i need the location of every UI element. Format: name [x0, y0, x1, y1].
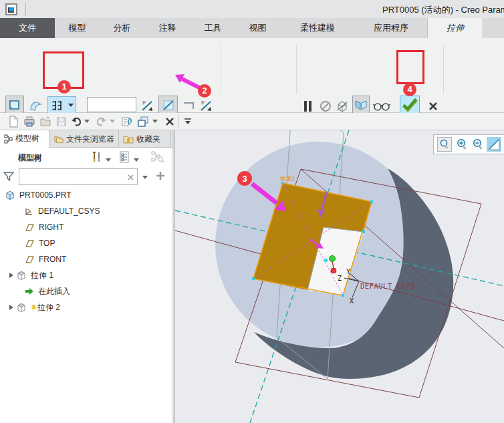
expand-triangle-icon[interactable] [9, 273, 13, 278]
depth-option-dropdown[interactable] [66, 96, 76, 114]
close-window-button[interactable] [163, 115, 176, 128]
tab-model-tree[interactable]: 模型树 [0, 130, 49, 148]
zoom-in-button[interactable] [455, 137, 469, 152]
settings-list-icon [119, 151, 130, 163]
open-file-button[interactable] [39, 115, 52, 128]
axis-z-label: Z [338, 275, 342, 282]
tab-file[interactable]: 文件 [0, 18, 55, 38]
zoom-out-icon [471, 138, 485, 151]
model-tree-title: 模型树 [18, 152, 42, 164]
cancel-button[interactable] [427, 100, 439, 112]
zoom-in-icon [455, 138, 469, 151]
part-icon [5, 190, 15, 200]
remove-material-button[interactable] [158, 96, 178, 114]
model-scene: Z Y X DEFAULT_CSYS 截面1 [175, 130, 504, 423]
tree-tools-button[interactable] [91, 151, 103, 166]
pause-button[interactable] [302, 99, 313, 114]
refit-button[interactable] [487, 137, 501, 152]
zoom-region-button[interactable] [437, 137, 452, 152]
tab-model[interactable]: 模型 [55, 18, 100, 38]
flip-depth-direction-button[interactable] [139, 98, 155, 114]
tab-extrude-active[interactable]: 拉伸 [427, 18, 483, 38]
tab-view[interactable]: 视图 [235, 18, 280, 38]
depth-option-button[interactable] [47, 96, 67, 114]
thicken-sketch-button[interactable] [181, 99, 195, 112]
close-icon [164, 116, 175, 127]
glasses-preview-button[interactable] [372, 100, 391, 112]
no-preview-button[interactable] [319, 100, 332, 113]
extrude-feature-icon [16, 271, 27, 281]
model-tree-icon [4, 134, 13, 144]
tab-flexible-modeling[interactable]: 柔性建模 [280, 18, 355, 38]
tree-filter-input[interactable] [19, 168, 138, 185]
clear-filter-icon[interactable] [127, 174, 134, 181]
tree-item-insert-here[interactable]: 在此插入 [0, 283, 171, 299]
handle-green[interactable] [330, 256, 336, 262]
tree-item-part[interactable]: PRT0005.PRT [0, 187, 171, 203]
ok-button[interactable] [400, 96, 420, 114]
customize-dropdown-icon [183, 117, 193, 126]
tab-annotate[interactable]: 注释 [144, 18, 191, 38]
window-dropdown[interactable] [152, 120, 158, 123]
tree-item-extrude-1[interactable]: 拉伸 1 [0, 267, 171, 283]
wireframe-cube-icon [335, 99, 350, 114]
redo-dropdown[interactable] [110, 120, 115, 123]
group-separator [221, 45, 221, 94]
tree-filter-row [0, 166, 172, 187]
filter-funnel-icon[interactable] [3, 170, 15, 185]
tree-settings-dropdown[interactable] [134, 158, 139, 162]
new-file-button[interactable] [7, 115, 20, 128]
depth-value-input[interactable] [87, 97, 136, 112]
window-manager-button[interactable] [136, 115, 150, 128]
tab-applications[interactable]: 应用程序 [355, 18, 427, 38]
title-bar: PRT0005 (活动的) - Creo Param [0, 0, 504, 18]
tree-item-front-plane[interactable]: FRONT [0, 251, 171, 267]
undo-button[interactable] [70, 115, 83, 128]
tab-folder-browser[interactable]: 文件夹浏览器 [49, 130, 119, 148]
tab-analysis[interactable]: 分析 [100, 18, 144, 38]
verify-button[interactable] [352, 96, 370, 114]
unattached-preview-button[interactable] [334, 98, 350, 114]
add-filter-icon[interactable] [155, 170, 166, 181]
tab-tools[interactable]: 工具 [191, 18, 235, 38]
tree-item-extrude-2[interactable]: 拉伸 2 [0, 299, 171, 315]
tree-highlight-button[interactable] [151, 151, 164, 166]
tab-favorites[interactable]: 收藏夹 [119, 130, 171, 148]
zoom-out-button[interactable] [471, 137, 485, 152]
filter-dropdown[interactable] [142, 176, 148, 179]
tree-item-top-plane[interactable]: TOP [0, 235, 171, 251]
tree-search-icon [151, 151, 164, 163]
callout-3-number: 3 [242, 174, 247, 184]
tab-model-tree-label: 模型树 [15, 133, 39, 144]
callout-1: 1 [57, 80, 71, 94]
expand-triangle-icon[interactable] [9, 305, 13, 310]
undo-dropdown[interactable] [84, 120, 90, 123]
handle-cyan[interactable] [324, 259, 328, 262]
tab-folder-browser-label: 文件夹浏览器 [66, 134, 114, 145]
tree-tools-dropdown[interactable] [106, 158, 111, 162]
tree-item-right-plane[interactable]: RIGHT [0, 219, 171, 235]
tree-settings-button[interactable] [119, 151, 130, 166]
zoom-region-icon [438, 138, 451, 150]
insert-here-arrow-icon [24, 287, 34, 295]
redo-button[interactable] [95, 115, 108, 128]
datum-plane-icon [24, 239, 35, 248]
undo-arrow-icon [70, 116, 82, 127]
print-button[interactable] [23, 115, 36, 128]
flip-material-side-button[interactable] [198, 98, 214, 114]
handle-red[interactable] [331, 268, 336, 273]
save-button[interactable] [55, 115, 68, 128]
surface-extrude-button[interactable] [27, 97, 44, 114]
print-icon [23, 116, 35, 128]
check-icon [401, 97, 418, 113]
tools-icon [91, 151, 103, 163]
tree-item-csys[interactable]: DEFAULT_CSYS [0, 203, 171, 219]
favorites-icon [123, 134, 134, 144]
customize-qat-button[interactable] [181, 115, 195, 128]
app-icon[interactable] [5, 3, 17, 15]
graphics-viewport[interactable]: Z Y X DEFAULT_CSYS 截面1 [175, 130, 504, 423]
regenerate-button[interactable] [120, 115, 134, 128]
solid-extrude-button[interactable] [5, 96, 24, 114]
new-file-icon [8, 116, 19, 128]
model-tree-header: 模型树 [0, 148, 172, 166]
